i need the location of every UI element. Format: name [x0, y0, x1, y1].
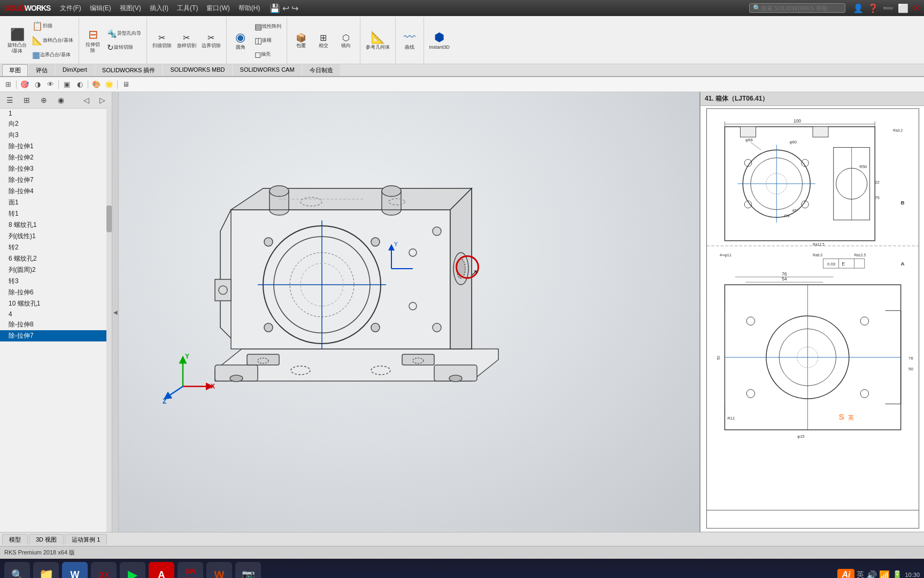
- sidebar-btn-properties[interactable]: ☰: [2, 94, 17, 107]
- tree-item-3[interactable]: 向3: [0, 130, 112, 141]
- tree-item-thread2[interactable]: 6 螺纹孔2: [0, 253, 112, 264]
- quick-redo[interactable]: ↪: [291, 3, 298, 13]
- tab-motion1[interactable]: 运动算例 1: [65, 534, 107, 545]
- sidebar-btn-display[interactable]: ⊕: [36, 94, 51, 107]
- tree-item-1[interactable]: 1: [0, 109, 112, 118]
- ribbon-btn-intersect[interactable]: ⊞ 相交: [313, 31, 334, 50]
- sidebar-btn-annotations[interactable]: ◉: [53, 94, 68, 107]
- sidebar-collapse-btn[interactable]: ◀: [112, 92, 119, 532]
- vt-monitor-icon[interactable]: 🖥: [120, 79, 132, 90]
- ribbon-btn-instant3d[interactable]: ⬢ Instant3D: [427, 29, 452, 52]
- ribbon-btn-mirror[interactable]: ⬡ 镜向: [335, 31, 357, 50]
- 3d-viewport[interactable]: Y X Z Y: [119, 92, 699, 532]
- menu-insert[interactable]: 插入(I): [145, 3, 173, 14]
- vt-view-icon[interactable]: 👁: [44, 79, 56, 90]
- sidebar-nav-prev[interactable]: ◁: [79, 94, 94, 107]
- vt-appearance-icon[interactable]: 🎨: [90, 79, 102, 90]
- menu-tools[interactable]: 工具(T): [173, 3, 202, 14]
- sidebar-nav-next[interactable]: ▷: [95, 94, 110, 107]
- ribbon-btn-scan[interactable]: 📋 扫描: [30, 19, 75, 33]
- ai-label-btn[interactable]: Ai: [837, 569, 854, 578]
- ribbon-btn-loft[interactable]: 📐 放样凸台/基体: [30, 34, 75, 47]
- quick-undo[interactable]: ↩: [282, 3, 289, 13]
- taskbar-camera-btn[interactable]: 📷: [235, 562, 261, 578]
- vt-hide-icon[interactable]: ◐: [74, 79, 86, 90]
- ribbon-btn-lineararray[interactable]: ▤ 线性阵列: [252, 20, 283, 33]
- tab-model[interactable]: 模型: [2, 534, 28, 545]
- tray-icon2[interactable]: 🔊: [866, 570, 877, 579]
- tree-item-cut6[interactable]: 除-拉伸6: [0, 287, 112, 298]
- ribbon-btn-hole[interactable]: 🔩 异型孔向导: [105, 27, 143, 40]
- taskbar-dx-btn[interactable]: DX: [91, 562, 117, 578]
- tree-item-cut7-selected[interactable]: 除-拉伸7: [0, 330, 112, 341]
- ribbon-btn-scancut[interactable]: ✂ 扫描切除: [150, 31, 174, 50]
- taskbar-sw-btn[interactable]: SW2018: [178, 562, 203, 578]
- tree-item-cut8[interactable]: 除-拉伸8: [0, 319, 112, 330]
- tree-item-cut4[interactable]: 除-拉伸4: [0, 186, 112, 197]
- ribbon-btn-loftcut[interactable]: ✂ 放样切割: [175, 31, 198, 50]
- ribbon-btn-refgeo[interactable]: 📐 参考几何体: [364, 29, 392, 52]
- tray-wifi[interactable]: 📶: [879, 570, 890, 579]
- tab-swcam[interactable]: SOLIDWORKS CAM: [233, 64, 302, 76]
- taskbar-explorer-btn[interactable]: 📁: [33, 562, 59, 578]
- taskbar-wps-btn[interactable]: W: [206, 562, 232, 578]
- tree-item-cut2[interactable]: 除-拉伸2: [0, 152, 112, 163]
- tab-today[interactable]: 今日制造: [303, 64, 340, 76]
- vt-display-icon[interactable]: ▣: [61, 79, 73, 90]
- feature-tree-list[interactable]: 1 向2 向3 除-拉伸1 除-拉伸2 除-拉伸3 除-拉伸7 除-拉伸4 面1…: [0, 109, 112, 532]
- tree-item-4[interactable]: 4: [0, 309, 112, 319]
- tab-3dview[interactable]: 3D 视图: [29, 534, 64, 545]
- ribbon-btn-revolve[interactable]: ⬛ 旋转凸台/基体: [5, 26, 29, 56]
- tree-item-array2[interactable]: 列(圆周)2: [0, 264, 112, 276]
- ribbon-btn-draft[interactable]: ◫ 拔模: [252, 34, 283, 47]
- ribbon-btn-boundcut[interactable]: ✂ 边界切除: [199, 31, 223, 50]
- tab-swmbd[interactable]: SOLIDWORKS MBD: [163, 64, 232, 76]
- ribbon-btn-fillet[interactable]: ◉ 圆角: [230, 29, 251, 52]
- close-icon[interactable]: ✕: [913, 3, 920, 13]
- ribbon-btn-revcut[interactable]: ↻ 旋转切除: [105, 41, 143, 54]
- tree-item-rev1[interactable]: 转1: [0, 208, 112, 219]
- search-input[interactable]: [761, 5, 836, 11]
- ribbon-btn-extcut[interactable]: ⊟ 拉伸切除: [82, 26, 104, 55]
- vt-expand-icon[interactable]: ⊞: [2, 79, 14, 90]
- tree-item-cut1[interactable]: 除-拉伸1: [0, 141, 112, 152]
- menu-help[interactable]: 帮助(H): [234, 3, 265, 14]
- tab-evaluate[interactable]: 评估: [29, 64, 55, 76]
- taskbar-play-btn[interactable]: ▶: [120, 562, 145, 578]
- tree-item-face1[interactable]: 面1: [0, 197, 112, 208]
- maximize-icon[interactable]: ⬜: [898, 3, 908, 13]
- quick-save[interactable]: 💾: [270, 3, 280, 13]
- sidebar-scrollbar-thumb[interactable]: [106, 206, 112, 232]
- menu-view[interactable]: 视图(V): [116, 3, 145, 14]
- taskbar-word-btn[interactable]: W: [62, 562, 88, 578]
- tray-battery[interactable]: 🔋: [892, 570, 903, 579]
- tab-sketch[interactable]: 草图: [2, 64, 28, 76]
- question-icon[interactable]: ❓: [868, 3, 879, 13]
- tree-item-cut7[interactable]: 除-拉伸7: [0, 174, 112, 186]
- taskbar-search-btn[interactable]: 🔍: [4, 562, 30, 578]
- vt-section-icon[interactable]: ◑: [32, 79, 43, 90]
- tree-item-2[interactable]: 向2: [0, 118, 112, 130]
- tree-item-rev3[interactable]: 转3: [0, 276, 112, 287]
- sidebar-btn-config[interactable]: ⊞: [19, 94, 34, 107]
- vt-orient-icon[interactable]: 🎯: [19, 79, 30, 90]
- menu-edit[interactable]: 编辑(E): [86, 3, 116, 14]
- vt-scene-icon[interactable]: 🌟: [103, 79, 115, 90]
- tab-swplugin[interactable]: SOLIDWORKS 插件: [95, 64, 163, 76]
- tree-item-array1[interactable]: 列(线性)1: [0, 231, 112, 242]
- menu-file[interactable]: 文件(F): [56, 3, 85, 14]
- sidebar-scrollbar-track[interactable]: [106, 109, 112, 532]
- ribbon-btn-shell[interactable]: ◻ 抽壳: [252, 48, 283, 61]
- minus-icon[interactable]: ➖: [883, 3, 894, 13]
- ribbon-btn-curves[interactable]: 〰 曲线: [399, 29, 420, 52]
- tray-icon1[interactable]: 英: [857, 570, 864, 578]
- ribbon-btn-boundary[interactable]: ▦ 边界凸台/基体: [30, 48, 75, 62]
- taskbar-acrobat-btn[interactable]: A: [149, 562, 174, 578]
- tab-dimxpert[interactable]: DimXpert: [56, 64, 94, 76]
- tree-item-rev2[interactable]: 转2: [0, 242, 112, 253]
- menu-window[interactable]: 窗口(W): [202, 3, 234, 14]
- tree-item-thread10[interactable]: 10 螺纹孔1: [0, 298, 112, 309]
- user-icon[interactable]: 👤: [853, 3, 864, 13]
- tree-item-cut3[interactable]: 除-拉伸3: [0, 163, 112, 174]
- ribbon-btn-wrap[interactable]: 📦 包覆: [290, 31, 312, 50]
